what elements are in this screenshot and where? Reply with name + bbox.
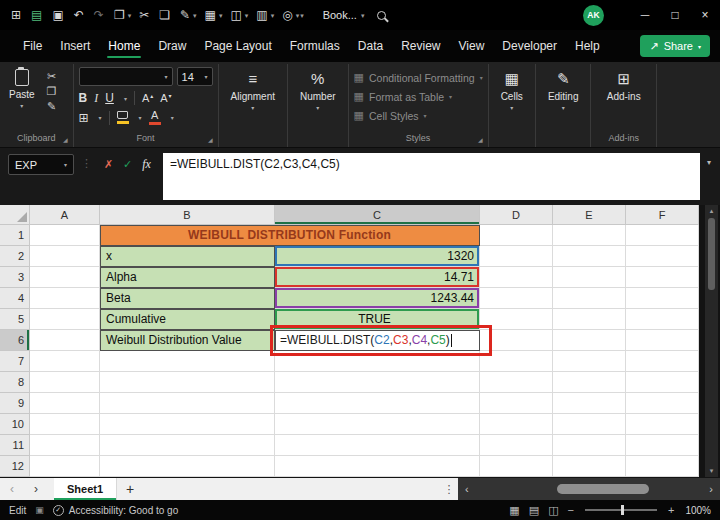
italic-button[interactable]: I: [94, 92, 98, 104]
column-header-c[interactable]: C: [275, 205, 480, 225]
paste-quick-dropdown-icon[interactable]: ▾: [128, 12, 132, 20]
zoom-quick-dropdown-icon[interactable]: ▾: [296, 12, 300, 20]
decrease-font-size-button[interactable]: A▾: [160, 93, 171, 104]
normal-view-icon[interactable]: ▦: [509, 504, 519, 517]
cell-d8[interactable]: [480, 372, 553, 393]
cell-f3[interactable]: [626, 267, 699, 288]
dialog-launcher-icon[interactable]: ◢: [63, 136, 68, 143]
cell-b11[interactable]: [100, 435, 275, 456]
scroll-up-icon[interactable]: ▴: [710, 207, 714, 215]
share-button[interactable]: ↗ Share ▾: [640, 35, 710, 57]
row-header-5[interactable]: 5: [0, 309, 30, 330]
formula-bar-resize-handle[interactable]: ⋮: [81, 157, 92, 170]
addins-button[interactable]: ⊞ Add-ins: [596, 67, 651, 102]
cell-d12[interactable]: [480, 456, 553, 477]
cell-d6[interactable]: [480, 330, 553, 351]
cell-d4[interactable]: [480, 288, 553, 309]
cell-f12[interactable]: [626, 456, 699, 477]
editing-button[interactable]: ✎ Editing ▾: [541, 67, 586, 111]
cell-a6[interactable]: [30, 330, 100, 351]
cell-e9[interactable]: [553, 393, 626, 414]
cell-b8[interactable]: [100, 372, 275, 393]
page-break-view-icon[interactable]: ◫: [548, 504, 558, 517]
dialog-launcher-icon[interactable]: ◢: [208, 136, 213, 143]
menu-tab-insert[interactable]: Insert: [51, 30, 99, 62]
cell-d1[interactable]: [480, 225, 553, 246]
format-painter-quick-icon[interactable]: ✎: [180, 9, 190, 21]
cell-d11[interactable]: [480, 435, 553, 456]
menu-tab-review[interactable]: Review: [392, 30, 449, 62]
column-header-e[interactable]: E: [553, 205, 626, 225]
zoom-out-button[interactable]: −: [568, 504, 574, 516]
cell-e3[interactable]: [553, 267, 626, 288]
styles-item-conditional-formatting[interactable]: ▦Conditional Formatting▾: [354, 68, 483, 87]
cell-c11[interactable]: [275, 435, 480, 456]
vertical-scrollbar[interactable]: ▴ ▾: [705, 205, 718, 477]
cell-d9[interactable]: [480, 393, 553, 414]
cell-f1[interactable]: [626, 225, 699, 246]
cells-button[interactable]: ▦ Cells ▾: [494, 67, 530, 111]
name-box[interactable]: EXP ▾: [8, 154, 74, 175]
menu-tab-draw[interactable]: Draw: [149, 30, 195, 62]
search-icon[interactable]: [377, 11, 386, 20]
format-painter-icon[interactable]: ✎: [47, 101, 56, 112]
cell-e7[interactable]: [553, 351, 626, 372]
cell-a10[interactable]: [30, 414, 100, 435]
menu-tab-data[interactable]: Data: [349, 30, 392, 62]
row-header-11[interactable]: 11: [0, 435, 30, 456]
cell-e12[interactable]: [553, 456, 626, 477]
horizontal-scrollbar[interactable]: ‹ ›: [458, 478, 720, 500]
increase-font-size-button[interactable]: A▴: [142, 93, 153, 104]
autosave-icon[interactable]: ▤: [31, 9, 42, 21]
cell-a5[interactable]: [30, 309, 100, 330]
cell-b7[interactable]: [100, 351, 275, 372]
merged-title-cell[interactable]: WEIBULL DISTRIBUTION Function: [100, 225, 480, 246]
maximize-button[interactable]: □: [660, 0, 690, 30]
zoom-slider[interactable]: [585, 509, 657, 511]
row-header-4[interactable]: 4: [0, 288, 30, 309]
number-button[interactable]: % Number ▾: [293, 67, 343, 111]
cell-d3[interactable]: [480, 267, 553, 288]
borders-dropdown-icon[interactable]: ▾: [99, 114, 102, 121]
cell-a3[interactable]: [30, 267, 100, 288]
row-header-3[interactable]: 3: [0, 267, 30, 288]
cell-f2[interactable]: [626, 246, 699, 267]
table-quick-dropdown-icon[interactable]: ▾: [219, 12, 223, 20]
cell-a8[interactable]: [30, 372, 100, 393]
insert-function-button[interactable]: fx: [137, 154, 156, 174]
row-header-10[interactable]: 10: [0, 414, 30, 435]
fill-color-dropdown-icon[interactable]: ▾: [139, 114, 142, 121]
cell-b12[interactable]: [100, 456, 275, 477]
vscroll-thumb[interactable]: [708, 218, 715, 290]
cell-a2[interactable]: [30, 246, 100, 267]
cell-b4[interactable]: Beta: [100, 288, 275, 309]
cell-b6[interactable]: Weibull Distribution Value: [100, 330, 275, 351]
menu-tab-help[interactable]: Help: [566, 30, 609, 62]
chart-quick-icon[interactable]: ▥: [256, 9, 267, 21]
collapse-formula-bar-icon[interactable]: ▾: [700, 153, 718, 200]
column-header-f[interactable]: F: [626, 205, 699, 225]
cell-a7[interactable]: [30, 351, 100, 372]
cell-e11[interactable]: [553, 435, 626, 456]
cell-f10[interactable]: [626, 414, 699, 435]
account-avatar[interactable]: AK: [583, 5, 604, 26]
font-color-icon[interactable]: A: [149, 110, 161, 125]
row-header-7[interactable]: 7: [0, 351, 30, 372]
cell-c2[interactable]: 1320: [275, 246, 480, 267]
styles-item-format-as-table[interactable]: ▦Format as Table▾: [354, 87, 483, 106]
next-sheet-icon[interactable]: ›: [24, 478, 48, 500]
styles-item-cell-styles[interactable]: ▦Cell Styles▾: [354, 106, 483, 125]
cell-d5[interactable]: [480, 309, 553, 330]
save-icon[interactable]: ▣: [52, 9, 63, 21]
cell-f9[interactable]: [626, 393, 699, 414]
cut-icon[interactable]: ✂: [47, 71, 56, 82]
alignment-button[interactable]: ≡ Alignment ▾: [224, 67, 282, 111]
cell-d7[interactable]: [480, 351, 553, 372]
menu-tab-developer[interactable]: Developer: [493, 30, 566, 62]
picture-quick-dropdown-icon[interactable]: ▾: [245, 12, 249, 20]
cell-d2[interactable]: [480, 246, 553, 267]
close-button[interactable]: ×: [690, 0, 720, 30]
hscroll-track[interactable]: [473, 478, 706, 500]
title-dropdown-icon[interactable]: ▾: [361, 12, 365, 20]
formula-input[interactable]: =WEIBULL.DIST(C2,C3,C4,C5): [163, 153, 700, 200]
